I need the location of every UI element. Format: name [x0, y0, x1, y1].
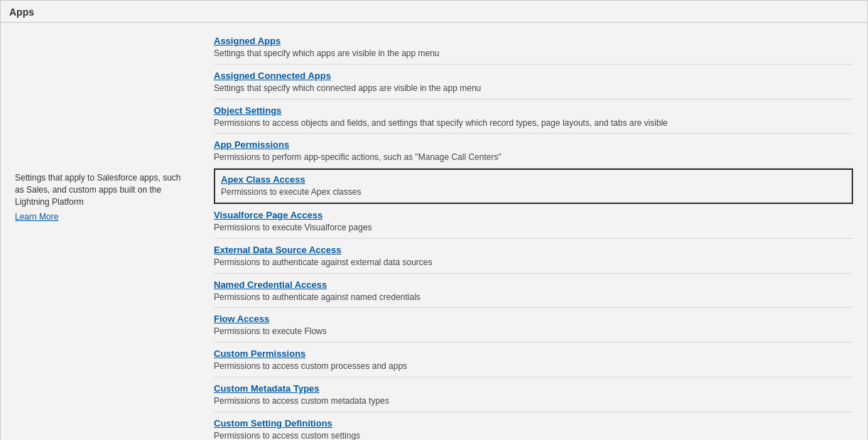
page-title: Apps: [1, 1, 867, 23]
menu-item-external-data-source-access: External Data Source AccessPermissions t…: [214, 239, 853, 274]
menu-item-title-flow-access[interactable]: Flow Access: [214, 313, 269, 324]
menu-item-title-app-permissions[interactable]: App Permissions: [214, 139, 289, 150]
menu-item-title-apex-class-access[interactable]: Apex Class Access: [221, 174, 305, 185]
menu-item-app-permissions: App PermissionsPermissions to perform ap…: [214, 134, 853, 168]
menu-item-desc-custom-metadata-types: Permissions to access custom metadata ty…: [214, 395, 853, 407]
menu-item-custom-permissions: Custom PermissionsPermissions to access …: [214, 343, 853, 377]
menu-item-title-custom-permissions[interactable]: Custom Permissions: [214, 348, 305, 359]
menu-item-title-assigned-apps[interactable]: Assigned Apps: [214, 36, 281, 46]
menu-item-named-credential-access: Named Credential AccessPermissions to au…: [214, 274, 853, 308]
menu-item-title-assigned-connected-apps[interactable]: Assigned Connected Apps: [214, 70, 331, 81]
menu-item-visualforce-page-access: Visualforce Page AccessPermissions to ex…: [214, 204, 853, 239]
menu-item-custom-setting-definitions: Custom Setting DefinitionsPermissions to…: [214, 412, 853, 440]
menu-item-title-custom-metadata-types[interactable]: Custom Metadata Types: [214, 383, 320, 394]
menu-item-desc-custom-permissions: Permissions to access custom processes a…: [214, 360, 853, 372]
left-description: Settings that apply to Salesforce apps, …: [15, 172, 185, 208]
menu-item-desc-named-credential-access: Permissions to authenticate against name…: [214, 291, 853, 304]
menu-item-assigned-apps: Assigned AppsSettings that specify which…: [214, 30, 853, 65]
menu-item-title-visualforce-page-access[interactable]: Visualforce Page Access: [214, 210, 322, 220]
menu-item-desc-assigned-apps: Settings that specify which apps are vis…: [214, 48, 853, 60]
menu-item-desc-assigned-connected-apps: Settings that specify which connected ap…: [214, 82, 853, 95]
content-area: Settings that apply to Salesforce apps, …: [1, 23, 867, 440]
menu-item-title-custom-setting-definitions[interactable]: Custom Setting Definitions: [214, 418, 332, 429]
menu-item-title-external-data-source-access[interactable]: External Data Source Access: [214, 245, 341, 255]
menu-item-flow-access: Flow AccessPermissions to execute Flows: [214, 308, 853, 343]
learn-more-link[interactable]: Learn More: [15, 212, 58, 222]
right-panel: Assigned AppsSettings that specify which…: [200, 30, 867, 440]
menu-item-custom-metadata-types: Custom Metadata TypesPermissions to acce…: [214, 377, 853, 412]
menu-item-desc-app-permissions: Permissions to perform app-specific acti…: [214, 151, 853, 163]
menu-item-title-object-settings[interactable]: Object Settings: [214, 105, 281, 116]
menu-item-desc-custom-setting-definitions: Permissions to access custom settings: [214, 430, 853, 440]
page-wrapper: Apps Settings that apply to Salesforce a…: [0, 0, 868, 440]
menu-item-assigned-connected-apps: Assigned Connected AppsSettings that spe…: [214, 65, 853, 100]
menu-item-desc-visualforce-page-access: Permissions to execute Visualforce pages: [214, 222, 853, 234]
left-panel: Settings that apply to Salesforce apps, …: [1, 30, 200, 440]
menu-item-desc-apex-class-access: Permissions to execute Apex classes: [221, 186, 846, 198]
menu-item-desc-external-data-source-access: Permissions to authenticate against exte…: [214, 257, 853, 269]
menu-item-object-settings: Object SettingsPermissions to access obj…: [214, 100, 853, 134]
menu-item-title-named-credential-access[interactable]: Named Credential Access: [214, 279, 327, 290]
menu-item-apex-class-access: Apex Class AccessPermissions to execute …: [214, 168, 853, 204]
menu-item-desc-flow-access: Permissions to execute Flows: [214, 326, 853, 338]
menu-item-desc-object-settings: Permissions to access objects and fields…: [214, 117, 853, 129]
